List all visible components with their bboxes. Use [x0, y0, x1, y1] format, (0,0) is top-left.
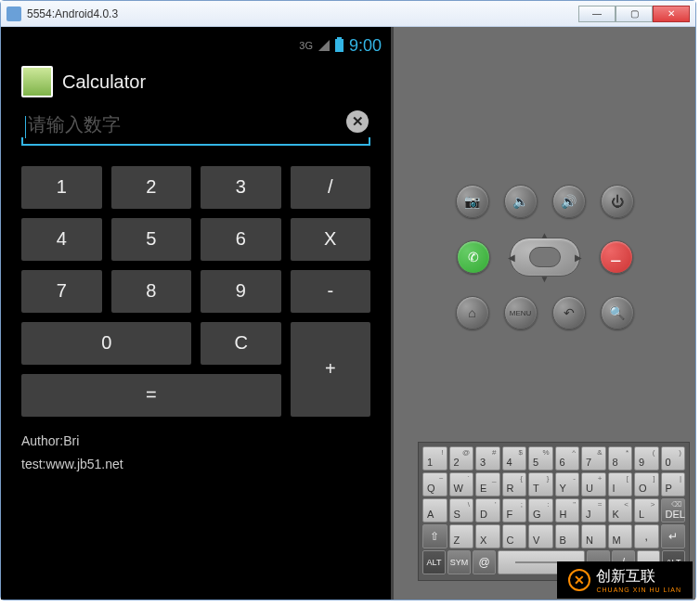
hw-key-@[interactable]: @ — [473, 550, 496, 574]
dpad-up[interactable]: ▲ — [540, 230, 550, 240]
search-button[interactable]: 🔍 — [601, 296, 634, 329]
hw-key-m[interactable]: M — [608, 524, 633, 548]
signal-label: 3G — [299, 40, 313, 51]
close-button[interactable] — [653, 6, 690, 22]
window-title: 5554:Android4.0.3 — [27, 7, 578, 20]
clear-input-button[interactable]: ✕ — [346, 110, 369, 133]
author-text: Author:Bri — [1, 430, 391, 453]
hw-key-5[interactable]: 5% — [528, 446, 553, 471]
hw-key-,[interactable]: , — [634, 524, 659, 548]
key-7[interactable]: 7 — [21, 270, 102, 313]
hw-key-q[interactable]: Q~ — [422, 472, 447, 496]
logo-subtext: CHUANG XIN HU LIAN — [596, 587, 681, 593]
hw-key-d[interactable]: D' — [475, 498, 500, 522]
hw-key-p[interactable]: P| — [661, 472, 686, 496]
hw-key-8[interactable]: 8* — [608, 446, 633, 471]
volume-down-button[interactable]: 🔈 — [504, 185, 538, 218]
emulator-controls: 📷 🔈 🔊 ⏻ ✆ ▲ ▼ ◀ ▶ ⚊ — [391, 27, 695, 600]
key-clear[interactable]: C — [201, 322, 281, 365]
status-bar: 3G 9:00 — [1, 34, 391, 57]
minimize-button[interactable] — [578, 6, 616, 22]
hw-key-↵[interactable]: ↵ — [661, 524, 686, 548]
logo-text: 创新互联 — [596, 568, 655, 584]
hw-key-u[interactable]: U+ — [581, 472, 606, 496]
dpad-left[interactable]: ◀ — [508, 252, 515, 263]
hw-key-0[interactable]: 0) — [661, 446, 686, 471]
hw-key-1[interactable]: 1! — [422, 446, 447, 471]
hw-key-sym[interactable]: SYM — [447, 550, 471, 574]
hw-key-w[interactable]: W` — [449, 472, 474, 496]
hw-key-j[interactable]: J= — [581, 498, 606, 522]
hw-key-f[interactable]: F; — [502, 498, 527, 522]
signal-icon — [318, 40, 330, 51]
key-4[interactable]: 4 — [21, 218, 102, 261]
key-9[interactable]: 9 — [201, 270, 281, 313]
hw-key-g[interactable]: G: — [528, 498, 553, 522]
key-0[interactable]: 0 — [21, 322, 191, 365]
hw-key-i[interactable]: I[ — [608, 472, 633, 496]
dpad[interactable]: ▲ ▼ ◀ ▶ — [505, 229, 585, 285]
hw-key-c[interactable]: C — [502, 524, 527, 548]
key-multiply[interactable]: X — [291, 218, 371, 261]
calculator-app-icon — [21, 66, 53, 97]
hw-key-7[interactable]: 7& — [581, 446, 606, 471]
hw-key-h[interactable]: H" — [555, 498, 580, 522]
hw-key-s[interactable]: S\ — [449, 498, 474, 522]
maximize-button[interactable] — [616, 6, 653, 22]
app-icon — [6, 6, 21, 21]
key-divide[interactable]: / — [291, 166, 371, 209]
emulator-window: 5554:Android4.0.3 3G 9:00 Calculator 请输入… — [0, 0, 696, 600]
key-equals[interactable]: = — [21, 374, 281, 417]
number-input[interactable]: 请输入数字 ✕ — [21, 109, 370, 146]
dpad-center[interactable] — [529, 247, 561, 267]
watermark-logo: ✕ 创新互联 CHUANG XIN HU LIAN — [557, 561, 693, 599]
hw-key-z[interactable]: Z — [449, 524, 474, 548]
battery-icon — [335, 39, 344, 52]
volume-up-button[interactable]: 🔊 — [552, 185, 586, 218]
hw-key-k[interactable]: K< — [608, 498, 633, 522]
key-plus[interactable]: + — [291, 322, 370, 417]
hw-key-t[interactable]: T} — [528, 472, 553, 496]
hw-key-2[interactable]: 2@ — [449, 446, 474, 471]
key-minus[interactable]: - — [291, 270, 371, 313]
hw-key-del[interactable]: DEL⌫ — [661, 498, 686, 522]
menu-button[interactable]: MENU — [504, 296, 538, 329]
device-screen: 3G 9:00 Calculator 请输入数字 ✕ 1 2 3 / — [1, 27, 391, 600]
dpad-down[interactable]: ▼ — [540, 274, 550, 284]
key-8[interactable]: 8 — [111, 270, 192, 313]
hw-key-alt[interactable]: ALT — [422, 550, 446, 574]
dpad-right[interactable]: ▶ — [575, 252, 582, 263]
hardware-keyboard: 1!2@3#4$5%6^7&8*9(0) Q~W`E_R{T}Y-U+I[O]P… — [418, 442, 690, 581]
hw-key-n[interactable]: N — [581, 524, 606, 548]
hw-key-r[interactable]: R{ — [502, 472, 527, 496]
logo-icon: ✕ — [568, 569, 590, 591]
end-call-button[interactable]: ⚊ — [600, 240, 633, 274]
keypad: 1 2 3 / 4 5 6 X 7 8 9 - — [1, 149, 391, 430]
power-button[interactable]: ⏻ — [601, 185, 634, 218]
key-6[interactable]: 6 — [201, 218, 281, 261]
hw-key-a[interactable]: A — [422, 498, 447, 522]
hw-key-4[interactable]: 4$ — [502, 446, 527, 471]
hw-key-⇧[interactable]: ⇧ — [422, 524, 447, 548]
back-button[interactable]: ↶ — [552, 296, 586, 329]
hw-key-3[interactable]: 3# — [475, 446, 500, 471]
test-text: test:www.jb51.net — [1, 453, 391, 476]
key-1[interactable]: 1 — [21, 166, 102, 209]
home-button[interactable]: ⌂ — [456, 296, 489, 329]
key-2[interactable]: 2 — [111, 166, 192, 209]
input-placeholder: 请输入数字 — [28, 114, 121, 135]
hw-key-6[interactable]: 6^ — [555, 446, 580, 471]
hw-key-e[interactable]: E_ — [475, 472, 500, 496]
hw-key-b[interactable]: B — [555, 524, 580, 548]
hw-key-v[interactable]: V — [528, 524, 553, 548]
hw-key-9[interactable]: 9( — [634, 446, 659, 471]
call-button[interactable]: ✆ — [457, 240, 490, 274]
camera-button[interactable]: 📷 — [456, 185, 489, 218]
hw-key-x[interactable]: X — [475, 524, 500, 548]
app-title: Calculator — [62, 71, 146, 93]
key-5[interactable]: 5 — [111, 218, 192, 261]
key-3[interactable]: 3 — [201, 166, 281, 209]
hw-key-l[interactable]: L> — [634, 498, 659, 522]
hw-key-y[interactable]: Y- — [555, 472, 580, 496]
hw-key-o[interactable]: O] — [634, 472, 659, 496]
